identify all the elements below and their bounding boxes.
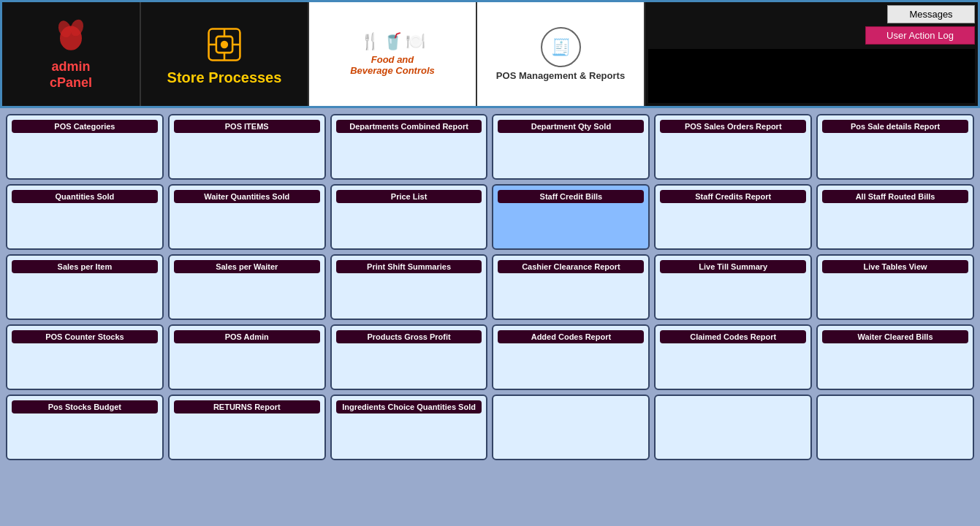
tile-label-returns-report: RETURNS Report bbox=[174, 400, 320, 413]
pos-circle-icon: 🧾 bbox=[541, 27, 581, 67]
tile-label-price-list: Price List bbox=[336, 190, 482, 203]
tile-label-pos-sale-details: Pos Sale details Report bbox=[822, 120, 968, 133]
tile-empty1[interactable] bbox=[492, 394, 650, 460]
tile-label-products-gross-profit: Products Gross Profit bbox=[336, 330, 482, 343]
tile-live-tables-view[interactable]: Live Tables View bbox=[816, 254, 974, 320]
tile-label-pos-sales-orders: POS Sales Orders Report bbox=[660, 120, 806, 133]
messages-button[interactable]: Messages bbox=[887, 5, 975, 23]
tile-claimed-codes-report[interactable]: Claimed Codes Report bbox=[654, 324, 812, 390]
tile-print-shift-summaries[interactable]: Print Shift Summaries bbox=[330, 254, 488, 320]
tile-department-qty[interactable]: Department Qty Sold bbox=[492, 114, 650, 180]
svg-point-5 bbox=[221, 40, 228, 47]
tile-pos-counter-stocks[interactable]: POS Counter Stocks bbox=[6, 324, 164, 390]
tile-label-added-codes-report: Added Codes Report bbox=[498, 330, 644, 343]
food-icon-cup: 🥤 bbox=[383, 32, 403, 51]
tile-label-sales-per-waiter: Sales per Waiter bbox=[174, 260, 320, 273]
top-right-panel: Messages User Action Log bbox=[645, 2, 978, 106]
main-content: POS CategoriesPOS ITEMSDepartments Combi… bbox=[0, 108, 980, 526]
tile-waiter-quantities[interactable]: Waiter Quantities Sold bbox=[168, 184, 326, 250]
tile-sales-per-waiter[interactable]: Sales per Waiter bbox=[168, 254, 326, 320]
pos-title: POS Management & Reports bbox=[496, 70, 625, 81]
tile-returns-report[interactable]: RETURNS Report bbox=[168, 394, 326, 460]
tile-label-live-tables-view: Live Tables View bbox=[822, 260, 968, 273]
tile-added-codes-report[interactable]: Added Codes Report bbox=[492, 324, 650, 390]
food-icon-fork: 🍴 bbox=[360, 32, 380, 51]
logo-title-line1: admin bbox=[50, 59, 92, 75]
pos-management-panel[interactable]: 🧾 POS Management & Reports bbox=[477, 2, 645, 106]
tile-empty3[interactable] bbox=[816, 394, 974, 460]
tile-label-quantities-sold: Quantities Sold bbox=[12, 190, 158, 203]
tile-label-all-staff-routed: All Staff Routed Bills bbox=[822, 190, 968, 203]
tile-products-gross-profit[interactable]: Products Gross Profit bbox=[330, 324, 488, 390]
tile-label-pos-counter-stocks: POS Counter Stocks bbox=[12, 330, 158, 343]
tile-departments-combined[interactable]: Departments Combined Report bbox=[330, 114, 488, 180]
tile-label-pos-items: POS ITEMS bbox=[174, 120, 320, 133]
tile-label-cashier-clearance: Cashier Clearance Report bbox=[498, 260, 644, 273]
tile-quantities-sold[interactable]: Quantities Sold bbox=[6, 184, 164, 250]
tile-sales-per-item[interactable]: Sales per Item bbox=[6, 254, 164, 320]
tile-label-staff-credit-bills: Staff Credit Bills bbox=[498, 190, 644, 203]
tile-label-departments-combined: Departments Combined Report bbox=[336, 120, 482, 133]
tile-pos-admin[interactable]: POS Admin bbox=[168, 324, 326, 390]
store-processes-panel[interactable]: Store Processes bbox=[141, 2, 309, 106]
admin-cpanel-logo[interactable]: admin cPanel bbox=[2, 2, 141, 106]
tile-staff-credit-bills[interactable]: Staff Credit Bills bbox=[492, 184, 650, 250]
tile-cashier-clearance[interactable]: Cashier Clearance Report bbox=[492, 254, 650, 320]
store-title: Store Processes bbox=[167, 69, 282, 86]
food-icon-plate: 🍽️ bbox=[406, 32, 425, 51]
tile-live-till-summary[interactable]: Live Till Summary bbox=[654, 254, 812, 320]
tile-label-claimed-codes-report: Claimed Codes Report bbox=[660, 330, 806, 343]
tile-staff-credits-report[interactable]: Staff Credits Report bbox=[654, 184, 812, 250]
tile-label-pos-categories: POS Categories bbox=[12, 120, 158, 133]
tile-label-pos-admin: POS Admin bbox=[174, 330, 320, 343]
tile-all-staff-routed[interactable]: All Staff Routed Bills bbox=[816, 184, 974, 250]
tile-label-print-shift-summaries: Print Shift Summaries bbox=[336, 260, 482, 273]
food-beverage-panel[interactable]: 🍴 🥤 🍽️ Food andBeverage Controls bbox=[309, 2, 477, 106]
tile-pos-categories[interactable]: POS Categories bbox=[6, 114, 164, 180]
logo-title-line2: cPanel bbox=[50, 75, 92, 91]
tile-label-pos-stocks-budget: Pos Stocks Budget bbox=[12, 400, 158, 413]
tile-waiter-cleared-bills[interactable]: Waiter Cleared Bills bbox=[816, 324, 974, 390]
tile-empty2[interactable] bbox=[654, 394, 812, 460]
tile-price-list[interactable]: Price List bbox=[330, 184, 488, 250]
tile-pos-stocks-budget[interactable]: Pos Stocks Budget bbox=[6, 394, 164, 460]
tile-label-ingredients-choice: Ingredients Choice Quantities Sold bbox=[336, 400, 482, 413]
tile-pos-sale-details[interactable]: Pos Sale details Report bbox=[816, 114, 974, 180]
tiles-grid: POS CategoriesPOS ITEMSDepartments Combi… bbox=[6, 114, 974, 460]
tile-label-sales-per-item: Sales per Item bbox=[12, 260, 158, 273]
food-title: Food andBeverage Controls bbox=[350, 54, 435, 76]
tile-ingredients-choice[interactable]: Ingredients Choice Quantities Sold bbox=[330, 394, 488, 460]
tile-label-waiter-quantities: Waiter Quantities Sold bbox=[174, 190, 320, 203]
tile-label-waiter-cleared-bills: Waiter Cleared Bills bbox=[822, 330, 968, 343]
tile-label-live-till-summary: Live Till Summary bbox=[660, 260, 806, 273]
tile-label-staff-credits-report: Staff Credits Report bbox=[660, 190, 806, 203]
action-log-button[interactable]: User Action Log bbox=[865, 26, 975, 45]
tile-pos-sales-orders[interactable]: POS Sales Orders Report bbox=[654, 114, 812, 180]
tile-pos-items[interactable]: POS ITEMS bbox=[168, 114, 326, 180]
tile-label-department-qty: Department Qty Sold bbox=[498, 120, 644, 133]
top-bar: admin cPanel Store Processes 🍴 🥤 🍽️ Food… bbox=[0, 0, 980, 108]
